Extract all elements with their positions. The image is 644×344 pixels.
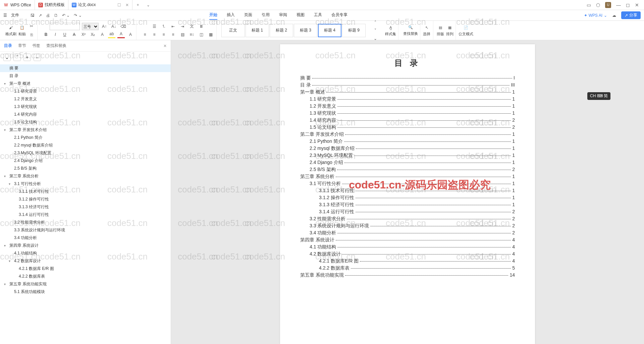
toc-entry[interactable]: 第五章 系统功能实现14 (300, 272, 515, 278)
sidebar-close-icon[interactable]: ✕ (163, 44, 167, 48)
bullet-list-icon[interactable]: ☰ (151, 23, 158, 30)
toc-entry[interactable]: 4.1 功能结构4 (300, 244, 515, 250)
toc-entry[interactable]: 2.5 B/S 架构2 (300, 167, 515, 173)
print-preview-icon[interactable]: 🗋 (54, 13, 58, 18)
font-size-select[interactable]: 三号 (82, 23, 99, 30)
toc-entry[interactable]: 3.4 功能分析2 (300, 230, 515, 236)
tab-wps-home[interactable]: W WPS Office (0, 0, 35, 10)
outline-item[interactable]: ▾4.2 数据库设计 (0, 257, 171, 265)
toc-entry[interactable]: 第一章 概述1 (300, 89, 515, 95)
toc-entry[interactable]: 摘 要I (300, 75, 515, 81)
app-layout-icon[interactable]: ▭ (587, 2, 591, 8)
outline-item[interactable]: ▾第一章 概述 (0, 80, 171, 88)
outline-item[interactable]: ▾第五章 系统功能实现 (0, 280, 171, 288)
outline-item[interactable]: 5.1 系统功能模块 (0, 288, 171, 296)
toc-entry[interactable]: 3.1.1 技术可行性1 (300, 188, 515, 194)
toc-entry[interactable]: 2.2 mysql 数据库介绍1 (300, 146, 515, 152)
menu-item-6[interactable]: 工具 (314, 11, 322, 20)
outline-item[interactable]: 3.1.2 操作可行性 (0, 195, 171, 203)
export-icon[interactable]: ↗ (39, 13, 42, 18)
line-spacing-icon[interactable]: ≡↕ (188, 31, 196, 38)
copy-icon[interactable]: ⎘ (28, 31, 35, 39)
outline-item[interactable]: 3.1.4 运行可行性 (0, 211, 171, 219)
highlight-color-icon[interactable]: ab (108, 31, 115, 38)
outline-toggle-icon[interactable]: ▾ (4, 128, 8, 132)
outline-item[interactable]: 2.3 MySQL 环境配置 (0, 149, 171, 157)
outline-item[interactable]: 2.2 mysql 数据库介绍 (0, 141, 171, 149)
shading-icon[interactable]: ◫ (198, 31, 205, 38)
outline-toggle-icon[interactable]: ▾ (4, 174, 8, 178)
toc-entry[interactable]: 1.4 研究内容2 (300, 117, 515, 123)
sidebar-tab-3[interactable]: 查找和替换 (46, 43, 66, 49)
outline-toggle-icon[interactable]: ▾ (4, 244, 8, 247)
toc-entry[interactable]: 1.2 开发意义1 (300, 103, 515, 109)
outline-move-up-button[interactable]: ˄ (13, 54, 21, 61)
tab-list-dropdown[interactable]: ⌄ (143, 3, 153, 7)
outline-add-button[interactable]: ＋ (23, 54, 31, 61)
outline-toggle-icon[interactable]: ▾ (9, 259, 13, 263)
format-painter-button[interactable]: 🖌 格式刷 (5, 24, 16, 37)
outline-item[interactable]: 目 录 (0, 72, 171, 80)
new-tab-button[interactable]: ＋ (132, 2, 143, 8)
style-item-5[interactable]: 标题 9 (342, 24, 366, 37)
font-color-icon[interactable]: A (117, 31, 125, 38)
outline-item[interactable]: ▾第四章 系统设计 (0, 242, 171, 249)
outline-item[interactable]: 1.1 研究背景 (0, 88, 171, 95)
menu-item-5[interactable]: 视图 (297, 11, 305, 20)
outline-item[interactable]: 4.1 功能结构 (0, 249, 171, 257)
outline-item[interactable]: 2.1 Python 简介 (0, 134, 171, 141)
wps-ai-button[interactable]: ✦ WPS AI ⌄ (584, 13, 607, 18)
clear-format-icon[interactable]: ⌫ (119, 23, 127, 30)
underline-icon[interactable]: U (61, 31, 68, 38)
outline-toggle-icon[interactable]: ▾ (4, 82, 8, 85)
menu-item-2[interactable]: 页面 (244, 11, 252, 20)
outline-item[interactable]: 1.4 研究内容 (0, 111, 171, 118)
redo-icon[interactable]: ↷ ⌄ (74, 13, 82, 18)
outline-item[interactable]: 2.5 B/S 架构 (0, 165, 171, 172)
outline-item[interactable]: 3.3 系统设计规则与运行环境 (0, 226, 171, 234)
distribute-icon[interactable]: ▤ (179, 31, 186, 38)
outline-toggle-icon[interactable]: ▾ (4, 282, 8, 286)
cut-icon[interactable]: ✂ (28, 22, 35, 30)
toc-entry[interactable]: 4.2 数据库设计4 (300, 251, 515, 257)
menu-item-0[interactable]: 开始 (209, 11, 217, 20)
select-button[interactable]: ↖选择 (423, 24, 430, 37)
toc-entry[interactable]: 3.2 性能需求分析2 (300, 216, 515, 222)
app-cube-icon[interactable]: ⬡ (596, 2, 600, 8)
toc-entry[interactable]: 目 录III (300, 82, 515, 88)
style-item-4[interactable]: 标题 4 (318, 24, 341, 37)
outline-item[interactable]: 摘 要 (0, 64, 171, 72)
sort-icon[interactable]: Ⅲ (198, 23, 205, 30)
toc-entry[interactable]: 3.1.2 操作可行性1 (300, 195, 515, 201)
align-center-icon[interactable]: ≡ (151, 31, 158, 38)
text-direction-icon[interactable]: 文 (188, 23, 196, 30)
hamburger-icon[interactable]: ☰ (3, 13, 7, 18)
outline-item[interactable]: 2.4 Django 介绍 (0, 157, 171, 165)
outline-item[interactable]: 4.2.2 数据库表 (0, 273, 171, 280)
menu-item-1[interactable]: 插入 (227, 11, 235, 20)
justify-icon[interactable]: ≡ (169, 31, 177, 38)
print-icon[interactable]: 🖨 (46, 13, 50, 18)
style-set-button[interactable]: A̲样式集 (385, 24, 396, 37)
undo-icon[interactable]: ↶ ⌄ (62, 13, 70, 18)
toc-entry[interactable]: 第二章 开发技术介绍1 (300, 131, 515, 137)
increase-font-icon[interactable]: A↑ (101, 23, 108, 30)
toc-entry[interactable]: 3.1.3 经济可行性1 (300, 202, 515, 208)
user-avatar-icon[interactable]: U (605, 2, 611, 8)
toc-entry[interactable]: 2.1 Python 简介1 (300, 138, 515, 145)
outline-remove-button[interactable]: – (34, 54, 41, 61)
sidebar-tab-2[interactable]: 书签 (32, 43, 40, 49)
style-gallery-up-icon[interactable]: ˄ (372, 19, 379, 26)
outline-item[interactable]: ▾第二章 开发技术介绍 (0, 126, 171, 134)
tab-templates[interactable]: D 找稻壳模板 (35, 0, 68, 10)
close-window-icon[interactable]: ✕ (635, 2, 639, 8)
minimize-icon[interactable]: — (616, 2, 621, 8)
close-icon[interactable]: ✕ (125, 3, 129, 7)
toc-entry[interactable]: 1.3 研究现状1 (300, 110, 515, 116)
file-menu[interactable]: 文件 (11, 12, 19, 18)
align-right-icon[interactable]: ≡ (160, 31, 167, 38)
toc-entry[interactable]: 1.1 研究背景1 (300, 96, 515, 102)
font-family-select[interactable] (50, 23, 80, 30)
outline-item[interactable]: 1.5 论文结构 (0, 118, 171, 126)
tab-document[interactable]: W 论文.docx ☐ ✕ (68, 0, 133, 10)
